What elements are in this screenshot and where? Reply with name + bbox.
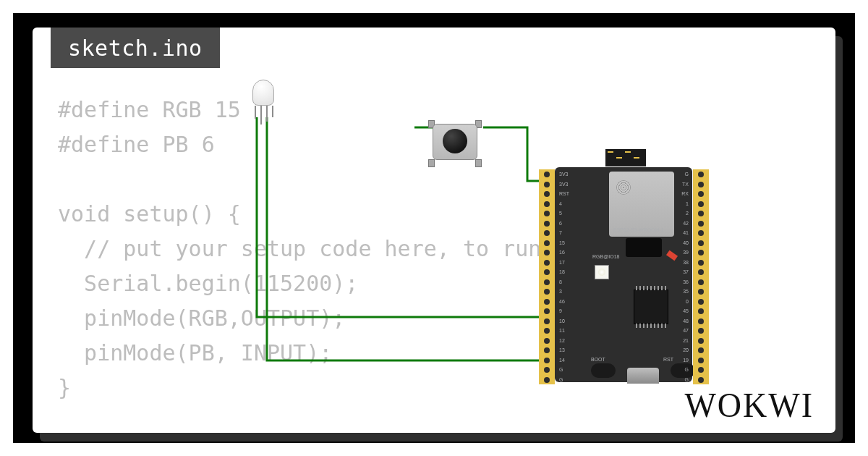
board-pin[interactable]: 42 (693, 219, 709, 229)
code-line: pinMode(PB, INPUT); (58, 340, 332, 366)
rst-label: RST (663, 357, 673, 362)
power-led-icon (666, 250, 678, 261)
code-line: #define RGB 15 (58, 97, 241, 122)
code-preview: #define RGB 15 #define PB 6 void setup()… (58, 93, 620, 405)
usb-port-icon (627, 368, 659, 384)
pin-label: 41 (683, 230, 689, 235)
board-pin[interactable]: G (693, 365, 709, 375)
pin-label: 19 (683, 358, 689, 363)
board-pin[interactable]: 2 (693, 208, 709, 219)
file-tab-label: sketch.ino (68, 35, 203, 61)
onboard-switch-icon (626, 238, 662, 257)
board-pin[interactable]: G (693, 375, 709, 385)
pin-label: 20 (683, 347, 689, 352)
pin-label: 37 (683, 269, 689, 274)
pin-label: G (685, 377, 689, 382)
board-pin[interactable]: 21 (693, 336, 709, 346)
pin-header-right: GTXRX1242414039383736350454847212019GG (693, 169, 709, 384)
board-pin[interactable]: 39 (693, 248, 709, 258)
board-pin[interactable]: G (693, 169, 709, 180)
brand-text: WOKWI (684, 386, 814, 425)
board-pin[interactable]: 35 (693, 287, 709, 297)
board-pin[interactable]: 40 (693, 238, 709, 248)
pin-label: G (685, 172, 689, 177)
code-line: // put your setup code here, to run once… (58, 236, 620, 261)
code-line: } (58, 375, 71, 400)
pin-label: 39 (683, 250, 689, 255)
pin-label: 35 (683, 289, 689, 294)
board-pin[interactable]: 0 (693, 297, 709, 307)
pin-label: 48 (683, 318, 689, 324)
pin-label: 45 (683, 308, 689, 313)
pin-label: 40 (683, 240, 689, 245)
pin-label: RX (681, 191, 689, 196)
shield-text: ESP32-S3-WROOM-1 (613, 227, 664, 232)
board-pin[interactable]: 20 (693, 345, 709, 355)
file-tab[interactable]: sketch.ino (51, 28, 220, 68)
code-line: void setup() { (58, 201, 241, 227)
code-line: #define PB 6 (58, 132, 215, 157)
pin-label: 0 (686, 299, 689, 304)
board-pin[interactable]: 41 (693, 228, 709, 238)
board-pin[interactable]: 1 (693, 199, 709, 209)
board-pin[interactable]: 45 (693, 306, 709, 316)
board-pin[interactable]: 48 (693, 316, 709, 326)
board-pin[interactable]: 38 (693, 258, 709, 268)
pin-label: 42 (683, 221, 689, 226)
pin-label: 1 (686, 201, 689, 206)
mcu-chip-icon (634, 290, 668, 324)
board-pin[interactable]: 19 (693, 355, 709, 366)
code-line: pinMode(RGB,OUTPUT); (58, 305, 345, 331)
brand-logo: WOKWI (684, 385, 814, 426)
code-line: Serial.begin(115200); (58, 271, 358, 296)
pin-label: 2 (686, 211, 689, 216)
board-pin[interactable]: TX (693, 180, 709, 190)
pin-label: 21 (683, 338, 689, 343)
pin-label: 36 (683, 279, 689, 284)
board-pin[interactable]: 36 (693, 277, 709, 287)
board-pin[interactable]: RX (693, 189, 709, 199)
pin-label: 47 (683, 328, 689, 333)
board-pin[interactable]: 47 (693, 326, 709, 336)
pin-label: TX (682, 182, 689, 187)
board-pin[interactable]: 37 (693, 267, 709, 277)
pin-label: G (685, 367, 689, 372)
project-card: sketch.ino #define RGB 15 #define PB 6 v… (33, 28, 835, 433)
pin-label: 38 (683, 260, 689, 265)
reset-button[interactable] (671, 363, 695, 378)
